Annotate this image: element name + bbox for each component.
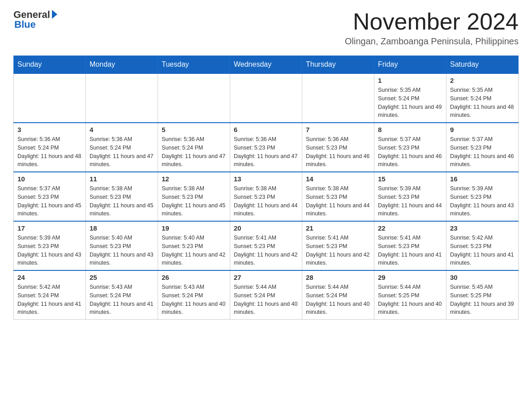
day-info-text: Sunrise: 5:38 AMSunset: 5:23 PMDaylight:…: [90, 184, 154, 218]
calendar-cell: [14, 73, 86, 123]
calendar-cell: 12Sunrise: 5:38 AMSunset: 5:23 PMDayligh…: [158, 172, 230, 221]
month-year-title: November 2024: [345, 9, 519, 34]
day-number: 22: [378, 224, 442, 232]
day-number: 25: [90, 274, 154, 281]
day-number: 17: [17, 224, 82, 232]
day-number: 1: [378, 77, 442, 84]
calendar-cell: [86, 73, 158, 123]
calendar-cell: 5Sunrise: 5:36 AMSunset: 5:24 PMDaylight…: [158, 123, 230, 172]
calendar-cell: 18Sunrise: 5:40 AMSunset: 5:23 PMDayligh…: [86, 221, 158, 270]
day-number: 3: [17, 126, 82, 133]
day-number: 4: [90, 126, 154, 133]
day-info-text: Sunrise: 5:42 AMSunset: 5:23 PMDaylight:…: [450, 234, 515, 267]
calendar-cell: 4Sunrise: 5:36 AMSunset: 5:24 PMDaylight…: [86, 123, 158, 172]
calendar-cell: 26Sunrise: 5:43 AMSunset: 5:24 PMDayligh…: [158, 270, 230, 320]
calendar-cell: 7Sunrise: 5:36 AMSunset: 5:23 PMDaylight…: [302, 123, 374, 172]
day-number: 16: [450, 175, 515, 183]
day-number: 18: [90, 224, 154, 232]
day-number: 28: [306, 274, 370, 281]
logo-arrow-icon: [52, 10, 57, 19]
day-number: 2: [450, 77, 515, 84]
day-number: 29: [378, 274, 442, 281]
calendar-cell: 11Sunrise: 5:38 AMSunset: 5:23 PMDayligh…: [86, 172, 158, 221]
day-number: 27: [234, 274, 298, 281]
calendar-cell: 29Sunrise: 5:44 AMSunset: 5:25 PMDayligh…: [374, 270, 446, 320]
location-text: Olingan, Zamboanga Peninsula, Philippine…: [345, 36, 519, 47]
day-info-text: Sunrise: 5:35 AMSunset: 5:24 PMDaylight:…: [450, 86, 515, 120]
day-number: 19: [162, 224, 226, 232]
calendar-cell: 21Sunrise: 5:41 AMSunset: 5:23 PMDayligh…: [302, 221, 374, 270]
day-info-text: Sunrise: 5:45 AMSunset: 5:25 PMDaylight:…: [450, 283, 515, 317]
day-info-text: Sunrise: 5:43 AMSunset: 5:24 PMDaylight:…: [90, 283, 154, 317]
day-info-text: Sunrise: 5:35 AMSunset: 5:24 PMDaylight:…: [378, 86, 442, 120]
calendar-cell: 16Sunrise: 5:39 AMSunset: 5:23 PMDayligh…: [446, 172, 519, 221]
day-number: 30: [450, 274, 515, 281]
day-number: 11: [90, 175, 154, 183]
day-info-text: Sunrise: 5:39 AMSunset: 5:23 PMDaylight:…: [17, 234, 82, 267]
day-number: 23: [450, 224, 515, 232]
weekday-header-tuesday: Tuesday: [158, 56, 230, 74]
logo-blue-text: Blue: [13, 19, 36, 30]
calendar-week-row: 1Sunrise: 5:35 AMSunset: 5:24 PMDaylight…: [14, 73, 519, 123]
day-info-text: Sunrise: 5:39 AMSunset: 5:23 PMDaylight:…: [450, 184, 515, 218]
day-info-text: Sunrise: 5:36 AMSunset: 5:24 PMDaylight:…: [90, 135, 154, 169]
day-number: 21: [306, 224, 370, 232]
weekday-header-thursday: Thursday: [302, 56, 374, 74]
day-number: 10: [17, 175, 82, 183]
day-info-text: Sunrise: 5:41 AMSunset: 5:23 PMDaylight:…: [378, 234, 442, 267]
weekday-header-saturday: Saturday: [446, 56, 519, 74]
calendar-cell: [158, 73, 230, 123]
weekday-header-wednesday: Wednesday: [230, 56, 302, 74]
day-info-text: Sunrise: 5:44 AMSunset: 5:24 PMDaylight:…: [234, 283, 298, 317]
day-info-text: Sunrise: 5:38 AMSunset: 5:23 PMDaylight:…: [234, 184, 298, 218]
day-number: 9: [450, 126, 515, 133]
calendar-cell: 23Sunrise: 5:42 AMSunset: 5:23 PMDayligh…: [446, 221, 519, 270]
day-info-text: Sunrise: 5:36 AMSunset: 5:23 PMDaylight:…: [306, 135, 370, 169]
calendar-week-row: 17Sunrise: 5:39 AMSunset: 5:23 PMDayligh…: [14, 221, 519, 270]
calendar-cell: 20Sunrise: 5:41 AMSunset: 5:23 PMDayligh…: [230, 221, 302, 270]
calendar-week-row: 10Sunrise: 5:37 AMSunset: 5:23 PMDayligh…: [14, 172, 519, 221]
title-section: November 2024 Olingan, Zamboanga Peninsu…: [345, 9, 519, 47]
day-number: 14: [306, 175, 370, 183]
calendar-cell: 10Sunrise: 5:37 AMSunset: 5:23 PMDayligh…: [14, 172, 86, 221]
calendar-cell: 6Sunrise: 5:36 AMSunset: 5:23 PMDaylight…: [230, 123, 302, 172]
weekday-header-sunday: Sunday: [14, 56, 86, 74]
day-number: 8: [378, 126, 442, 133]
calendar-cell: 30Sunrise: 5:45 AMSunset: 5:25 PMDayligh…: [446, 270, 519, 320]
calendar-cell: 9Sunrise: 5:37 AMSunset: 5:23 PMDaylight…: [446, 123, 519, 172]
calendar-cell: 19Sunrise: 5:40 AMSunset: 5:23 PMDayligh…: [158, 221, 230, 270]
day-info-text: Sunrise: 5:36 AMSunset: 5:24 PMDaylight:…: [17, 135, 82, 169]
day-info-text: Sunrise: 5:40 AMSunset: 5:23 PMDaylight:…: [90, 234, 154, 267]
calendar-week-row: 24Sunrise: 5:42 AMSunset: 5:24 PMDayligh…: [14, 270, 519, 320]
calendar-cell: 1Sunrise: 5:35 AMSunset: 5:24 PMDaylight…: [374, 73, 446, 123]
day-info-text: Sunrise: 5:38 AMSunset: 5:23 PMDaylight:…: [306, 184, 370, 218]
day-number: 12: [162, 175, 226, 183]
day-info-text: Sunrise: 5:40 AMSunset: 5:23 PMDaylight:…: [162, 234, 226, 267]
day-info-text: Sunrise: 5:37 AMSunset: 5:23 PMDaylight:…: [17, 184, 82, 218]
day-info-text: Sunrise: 5:42 AMSunset: 5:24 PMDaylight:…: [17, 283, 82, 317]
day-number: 24: [17, 274, 82, 281]
day-info-text: Sunrise: 5:36 AMSunset: 5:23 PMDaylight:…: [234, 135, 298, 169]
day-info-text: Sunrise: 5:36 AMSunset: 5:24 PMDaylight:…: [162, 135, 226, 169]
day-number: 5: [162, 126, 226, 133]
calendar-cell: 14Sunrise: 5:38 AMSunset: 5:23 PMDayligh…: [302, 172, 374, 221]
calendar-header-row: SundayMondayTuesdayWednesdayThursdayFrid…: [14, 56, 519, 74]
day-number: 7: [306, 126, 370, 133]
day-info-text: Sunrise: 5:41 AMSunset: 5:23 PMDaylight:…: [306, 234, 370, 267]
logo: General Blue: [13, 9, 57, 30]
day-info-text: Sunrise: 5:44 AMSunset: 5:25 PMDaylight:…: [378, 283, 442, 317]
day-number: 26: [162, 274, 226, 281]
page-header: General Blue November 2024 Olingan, Zamb…: [13, 9, 519, 47]
weekday-header-monday: Monday: [86, 56, 158, 74]
calendar-cell: 27Sunrise: 5:44 AMSunset: 5:24 PMDayligh…: [230, 270, 302, 320]
day-info-text: Sunrise: 5:37 AMSunset: 5:23 PMDaylight:…: [450, 135, 515, 169]
calendar-cell: 15Sunrise: 5:39 AMSunset: 5:23 PMDayligh…: [374, 172, 446, 221]
calendar-cell: [302, 73, 374, 123]
day-info-text: Sunrise: 5:44 AMSunset: 5:24 PMDaylight:…: [306, 283, 370, 317]
day-info-text: Sunrise: 5:38 AMSunset: 5:23 PMDaylight:…: [162, 184, 226, 218]
day-info-text: Sunrise: 5:41 AMSunset: 5:23 PMDaylight:…: [234, 234, 298, 267]
calendar-table: SundayMondayTuesdayWednesdayThursdayFrid…: [13, 56, 519, 320]
weekday-header-friday: Friday: [374, 56, 446, 74]
day-info-text: Sunrise: 5:43 AMSunset: 5:24 PMDaylight:…: [162, 283, 226, 317]
day-number: 13: [234, 175, 298, 183]
